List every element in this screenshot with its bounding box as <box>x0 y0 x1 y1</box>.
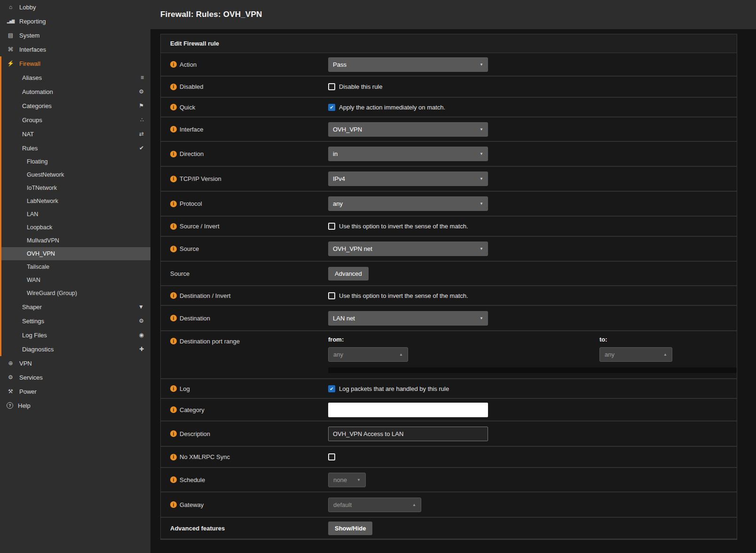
direction-select[interactable]: in ▼ <box>328 147 488 161</box>
select-value: default <box>333 501 409 508</box>
port-from-label: from: <box>328 336 599 343</box>
info-icon[interactable]: i <box>170 385 177 392</box>
disabled-checkbox[interactable] <box>328 83 335 90</box>
info-icon[interactable]: i <box>170 126 177 132</box>
chevron-up-icon: ▲ <box>412 503 416 507</box>
chevron-down-icon: ▼ <box>480 247 483 251</box>
rules-check-icon: ✔ <box>139 145 144 151</box>
advanced-features-toggle-button[interactable]: Show/Hide <box>328 522 372 535</box>
info-icon[interactable]: i <box>170 104 177 110</box>
info-icon[interactable]: i <box>170 176 177 182</box>
sidebar-item-aliases[interactable]: Aliases ≡ <box>1 70 150 85</box>
gateway-select[interactable]: default ▲ <box>328 498 421 512</box>
action-select[interactable]: Pass ▼ <box>328 57 488 72</box>
sidebar-item-tailscale[interactable]: Tailscale <box>1 260 150 273</box>
info-icon[interactable]: i <box>170 151 177 157</box>
port-range-help-strip <box>328 367 737 373</box>
sidebar-item-wan[interactable]: WAN <box>1 273 150 287</box>
sidebar-item-label: Help <box>18 402 31 409</box>
info-icon[interactable]: i <box>170 246 177 252</box>
source-select[interactable]: OVH_VPN net ▼ <box>328 241 488 256</box>
source-advanced-button[interactable]: Advanced <box>328 267 369 280</box>
info-icon[interactable]: i <box>170 338 177 344</box>
info-icon[interactable]: i <box>170 292 177 299</box>
sidebar-item-labnetwork[interactable]: LabNetwork <box>1 195 150 208</box>
sidebar-item-reporting[interactable]: ▂▅▇ Reporting <box>0 14 150 28</box>
sidebar-item-automation[interactable]: Automation ⚙ <box>1 85 150 99</box>
select-value: any <box>605 351 660 358</box>
field-label: Action <box>180 61 197 68</box>
chevron-down-icon: ▼ <box>480 152 483 156</box>
firewall-icon: ⚡ <box>7 60 15 67</box>
destination-select[interactable]: LAN net ▼ <box>328 311 488 326</box>
nat-exchange-icon: ⇄ <box>139 131 144 137</box>
sidebar-item-loopback[interactable]: Loopback <box>1 221 150 234</box>
xmlrpc-sync-checkbox[interactable] <box>328 453 335 460</box>
sidebar-item-shaper[interactable]: Shaper ▼ <box>1 300 150 314</box>
sidebar-item-groups[interactable]: Groups ∴ <box>1 113 150 127</box>
category-input[interactable] <box>328 403 488 417</box>
sidebar-item-system[interactable]: ▤ System <box>0 28 150 42</box>
sidebar-item-lobby[interactable]: ⌂ Lobby <box>0 0 150 14</box>
select-value: any <box>333 200 476 207</box>
sidebar-item-label: IoTNetwork <box>27 185 57 191</box>
sidebar-item-guestnetwork[interactable]: GuestNetwork <box>1 168 150 181</box>
port-to-select[interactable]: any ▲ <box>599 347 672 362</box>
info-icon[interactable]: i <box>170 430 177 437</box>
sidebar-item-firewall[interactable]: ⚡ Firewall <box>1 56 150 70</box>
sidebar-item-label: Aliases <box>22 74 141 81</box>
sidebar-item-floating[interactable]: Floating <box>1 155 150 168</box>
sidebar-item-mullvadvpn[interactable]: MullvadVPN <box>1 234 150 247</box>
select-value: Pass <box>333 61 476 68</box>
port-from-select[interactable]: any ▲ <box>328 347 408 362</box>
sidebar-item-vpn[interactable]: ⊕ VPN <box>0 356 150 370</box>
info-icon[interactable]: i <box>170 61 177 68</box>
info-icon[interactable]: i <box>170 454 177 460</box>
source-invert-checkbox[interactable] <box>328 223 335 230</box>
sidebar-item-diagnostics[interactable]: Diagnostics ✚ <box>1 342 150 356</box>
help-icon: ? <box>7 402 13 409</box>
services-gear-icon: ⚙ <box>7 374 15 381</box>
sidebar-item-services[interactable]: ⚙ Services <box>0 370 150 384</box>
sidebar-item-iotnetwork[interactable]: IoTNetwork <box>1 181 150 195</box>
sidebar-item-power[interactable]: ⚒ Power <box>0 384 150 398</box>
field-label: Description <box>180 430 210 437</box>
select-value: LAN net <box>333 315 476 322</box>
interface-select[interactable]: OVH_VPN ▼ <box>328 122 488 137</box>
tcpip-version-select[interactable]: IPv4 ▼ <box>328 171 488 186</box>
info-icon[interactable]: i <box>170 201 177 207</box>
protocol-select[interactable]: any ▼ <box>328 196 488 211</box>
sidebar-item-label: Shaper <box>22 304 138 311</box>
description-input[interactable] <box>328 427 488 441</box>
sidebar-item-label: Diagnostics <box>22 346 139 353</box>
info-icon[interactable]: i <box>170 315 177 321</box>
quick-checkbox[interactable]: ✔ <box>328 104 335 111</box>
destination-invert-checkbox[interactable] <box>328 292 335 299</box>
info-icon[interactable]: i <box>170 476 177 483</box>
field-label: Advanced features <box>170 525 225 532</box>
info-icon[interactable]: i <box>170 84 177 90</box>
info-icon[interactable]: i <box>170 406 177 413</box>
sidebar-item-log-files[interactable]: Log Files ◉ <box>1 328 150 342</box>
sidebar-item-ovh-vpn[interactable]: OVH_VPN <box>1 247 150 260</box>
sidebar-item-categories[interactable]: Categories ⚑ <box>1 99 150 113</box>
sidebar-item-nat[interactable]: NAT ⇄ <box>1 127 150 141</box>
sidebar-item-lan[interactable]: LAN <box>1 208 150 221</box>
schedule-select[interactable]: none ▼ <box>328 473 366 487</box>
sidebar-item-label: Interfaces <box>19 46 46 53</box>
sidebar-item-label: Firewall <box>19 60 40 67</box>
info-icon[interactable]: i <box>170 501 177 508</box>
log-checkbox[interactable]: ✔ <box>328 385 335 392</box>
sidebar-item-rules[interactable]: Rules ✔ <box>1 141 150 155</box>
field-label: Quick <box>180 104 195 111</box>
sidebar-item-settings[interactable]: Settings ⚙ <box>1 314 150 328</box>
sidebar-item-interfaces[interactable]: ⌘ Interfaces <box>0 42 150 56</box>
row-disabled: i Disabled Disable this rule <box>161 77 737 98</box>
edit-firewall-rule-panel: Edit Firewall rule i Action Pass ▼ i <box>160 34 737 540</box>
sidebar-item-label: Log Files <box>22 332 139 339</box>
sidebar-item-wireguard-group[interactable]: WireGuard (Group) <box>1 287 150 300</box>
row-source-invert: i Source / Invert Use this option to inv… <box>161 217 737 237</box>
info-icon[interactable]: i <box>170 223 177 230</box>
sidebar-item-help[interactable]: ? Help <box>0 398 150 413</box>
sidebar-item-label: Lobby <box>19 4 36 11</box>
